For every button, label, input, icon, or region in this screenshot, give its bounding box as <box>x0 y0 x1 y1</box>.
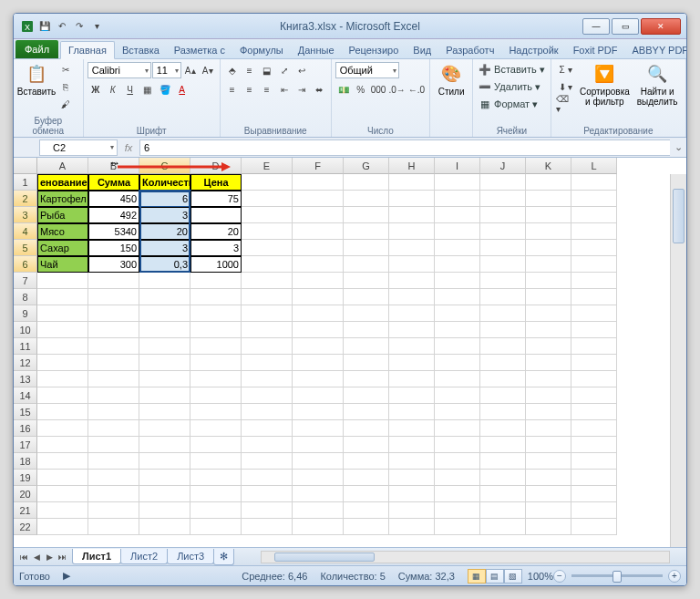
sheet-nav-prev-icon[interactable]: ◀ <box>30 553 43 562</box>
cell-J1[interactable] <box>480 174 526 191</box>
cell-A21[interactable] <box>37 502 88 519</box>
currency-icon[interactable]: 💵 <box>335 81 352 98</box>
cell-E21[interactable] <box>242 502 293 519</box>
tab-abbyy[interactable]: ABBYY PDF <box>625 42 687 58</box>
cell-I9[interactable] <box>435 305 480 322</box>
cell-D1[interactable]: Цена <box>190 174 242 191</box>
cell-C14[interactable] <box>139 387 190 404</box>
cell-K22[interactable] <box>526 519 571 535</box>
indent-decrease-icon[interactable]: ⇤ <box>276 81 293 98</box>
cell-B10[interactable] <box>88 322 139 338</box>
cell-I19[interactable] <box>435 470 480 486</box>
cell-J2[interactable] <box>480 191 526 207</box>
cell-G5[interactable] <box>344 240 389 256</box>
cell-H5[interactable] <box>389 240 435 256</box>
cell-I2[interactable] <box>435 191 480 207</box>
cell-D9[interactable] <box>190 305 242 322</box>
cell-F14[interactable] <box>293 387 344 404</box>
cell-G8[interactable] <box>344 289 389 305</box>
cell-L18[interactable] <box>571 453 617 470</box>
tab-formulas[interactable]: Формулы <box>232 42 291 58</box>
cell-I3[interactable] <box>435 207 480 223</box>
tab-addons[interactable]: Надстройк <box>501 42 565 58</box>
cell-G6[interactable] <box>344 256 389 273</box>
cell-A3[interactable]: Рыба <box>37 207 88 223</box>
cell-C15[interactable] <box>139 404 190 420</box>
col-header-G[interactable]: G <box>344 158 389 174</box>
cell-E13[interactable] <box>242 371 293 387</box>
col-header-D[interactable]: D <box>190 158 242 174</box>
cell-D22[interactable] <box>190 519 242 535</box>
cell-L3[interactable] <box>571 207 617 223</box>
cell-B2[interactable]: 450 <box>88 191 139 207</box>
cell-C13[interactable] <box>139 371 190 387</box>
cell-K2[interactable] <box>526 191 571 207</box>
cell-F1[interactable] <box>293 174 344 191</box>
percent-icon[interactable]: % <box>353 81 369 98</box>
bold-button[interactable]: Ж <box>88 81 104 98</box>
cell-E14[interactable] <box>242 387 293 404</box>
sheet-nav-last-icon[interactable]: ⏭ <box>56 553 68 562</box>
cell-F4[interactable] <box>293 223 344 240</box>
cell-C4[interactable]: 20 <box>139 223 190 240</box>
cell-F13[interactable] <box>293 371 344 387</box>
cell-D10[interactable] <box>190 322 242 338</box>
border-icon[interactable]: ▦ <box>139 81 156 98</box>
cell-B9[interactable] <box>88 305 139 322</box>
cell-D8[interactable] <box>190 289 242 305</box>
cell-J14[interactable] <box>480 387 526 404</box>
cell-B19[interactable] <box>88 470 139 486</box>
row-header-20[interactable]: 20 <box>14 486 37 502</box>
cell-L16[interactable] <box>571 420 617 437</box>
orientation-icon[interactable]: ⤢ <box>276 62 293 78</box>
decrease-font-icon[interactable]: A▾ <box>200 62 216 78</box>
row-header-10[interactable]: 10 <box>14 322 37 338</box>
cell-G2[interactable] <box>344 191 389 207</box>
fill-color-icon[interactable]: 🪣 <box>157 81 173 98</box>
vertical-scrollbar[interactable] <box>670 174 686 547</box>
cell-I13[interactable] <box>435 371 480 387</box>
cell-C21[interactable] <box>139 502 190 519</box>
row-header-7[interactable]: 7 <box>14 273 37 289</box>
font-size-combo[interactable]: 11 <box>152 62 181 78</box>
col-header-K[interactable]: K <box>526 158 571 174</box>
italic-button[interactable]: К <box>105 81 121 98</box>
cell-E9[interactable] <box>242 305 293 322</box>
cell-G9[interactable] <box>344 305 389 322</box>
cell-K7[interactable] <box>526 273 571 289</box>
cell-F21[interactable] <box>293 502 344 519</box>
cell-C22[interactable] <box>139 519 190 535</box>
macro-record-icon[interactable]: ▶ <box>63 570 70 582</box>
col-header-E[interactable]: E <box>242 158 293 174</box>
tab-file[interactable]: Файл <box>15 40 58 58</box>
expand-formula-icon[interactable]: ⌄ <box>670 141 686 153</box>
cell-I21[interactable] <box>435 502 480 519</box>
cell-D20[interactable] <box>190 486 242 502</box>
cell-B21[interactable] <box>88 502 139 519</box>
cell-C3[interactable]: 3 <box>139 207 190 223</box>
cell-G19[interactable] <box>344 470 389 486</box>
cell-G12[interactable] <box>344 355 389 371</box>
cell-L19[interactable] <box>571 470 617 486</box>
clear-icon[interactable]: ⌫ ▾ <box>555 96 577 112</box>
cell-L8[interactable] <box>571 289 617 305</box>
col-header-I[interactable]: I <box>435 158 480 174</box>
cell-F20[interactable] <box>293 486 344 502</box>
cell-G15[interactable] <box>344 404 389 420</box>
cell-F7[interactable] <box>293 273 344 289</box>
increase-font-icon[interactable]: A▴ <box>182 62 199 78</box>
titlebar[interactable]: X 💾 ↶ ↷ ▾ Книга3.xlsx - Microsoft Excel … <box>14 14 686 39</box>
cell-I11[interactable] <box>435 338 480 355</box>
cell-I6[interactable] <box>435 256 480 273</box>
cell-K16[interactable] <box>526 420 571 437</box>
cell-J5[interactable] <box>480 240 526 256</box>
row-header-18[interactable]: 18 <box>14 453 37 470</box>
row-header-15[interactable]: 15 <box>14 404 37 420</box>
cell-J9[interactable] <box>480 305 526 322</box>
cell-D14[interactable] <box>190 387 242 404</box>
close-button[interactable]: ✕ <box>641 18 681 35</box>
zoom-slider[interactable] <box>571 574 663 577</box>
cell-J16[interactable] <box>480 420 526 437</box>
cell-A5[interactable]: Сахар <box>37 240 88 256</box>
cell-J18[interactable] <box>480 453 526 470</box>
